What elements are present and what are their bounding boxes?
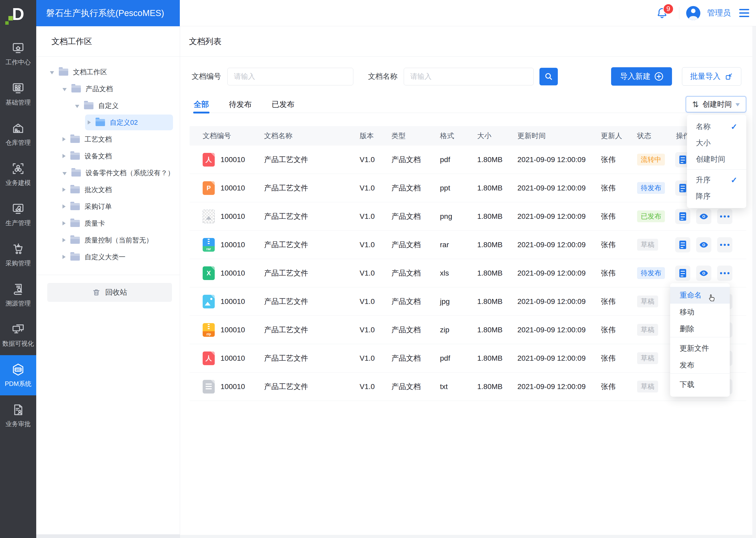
avatar[interactable] [686, 6, 700, 20]
table-row[interactable]: rar 100010 产品工艺文件 V1.0 产品文档 rar 1.80MB 2… [190, 231, 746, 259]
folder-tree-item[interactable]: 设备文档 [36, 148, 180, 164]
folder-label: 质量控制（当前暂无） [84, 236, 153, 245]
tree-expand-arrow-icon[interactable] [63, 188, 66, 192]
doc-name-cell: 产品工艺文件 [264, 211, 308, 221]
file-type-icon: rar [203, 238, 215, 252]
doc-name-cell: 产品工艺文件 [264, 325, 308, 335]
sort-field-options: 名称 ✓ 大小 创建时间 [687, 119, 746, 167]
sort-field-option[interactable]: 创建时间 [687, 151, 746, 167]
folder-tree-item[interactable]: 自定义大类一 [36, 248, 180, 265]
batch-import-button[interactable]: 批量导入 [682, 67, 741, 86]
tree-expand-arrow-icon[interactable] [63, 172, 67, 175]
folder-icon [71, 169, 81, 177]
sort-field-option[interactable]: 名称 ✓ [687, 119, 746, 135]
tree-expand-arrow-icon[interactable] [63, 255, 66, 259]
preview-button[interactable] [696, 266, 711, 281]
version-cell: V1.0 [359, 383, 375, 391]
nav-rail-item[interactable]: 业务审批 [0, 395, 36, 436]
folder-tree-item[interactable]: 自定义02 [36, 114, 180, 131]
context-menu-item[interactable]: 更新文件 [670, 340, 730, 357]
sort-order-option[interactable]: 降序 [687, 188, 746, 204]
tree-expand-arrow-icon[interactable] [75, 105, 79, 108]
context-menu-item[interactable]: 删除 [670, 320, 730, 337]
folder-tree-item[interactable]: 批次文档 [36, 181, 180, 198]
nav-rail-item[interactable]: 采购管理 [0, 235, 36, 275]
updater-cell: 张伟 [601, 296, 616, 306]
table-row[interactable]: X 100010 产品工艺文件 V1.0 产品文档 xls 1.80MB 202… [190, 259, 746, 288]
more-actions-button[interactable] [717, 266, 732, 281]
ellipsis-icon [720, 244, 730, 246]
notifications-button[interactable]: 9 [656, 7, 668, 19]
horizontal-scrollbar[interactable] [180, 535, 752, 538]
detail-button[interactable] [675, 237, 690, 252]
folder-tree-item[interactable]: 质量控制（当前暂无） [36, 232, 180, 248]
file-type-icon: zip [203, 323, 215, 337]
nav-rail-item[interactable]: 仓库管理 [0, 114, 36, 154]
detail-button[interactable] [675, 209, 690, 224]
nav-rail-item[interactable]: PDM系统 [0, 355, 36, 395]
sort-order-option[interactable]: 升序 ✓ [687, 172, 746, 188]
detail-button[interactable] [675, 266, 690, 281]
context-menu-item[interactable]: 重命名 [670, 287, 730, 304]
folder-tree-item[interactable]: 产品文档 [36, 81, 180, 97]
folder-tree-item[interactable]: 采购订单 [36, 198, 180, 215]
nav-rail-item[interactable]: 基础管理 [0, 74, 36, 114]
table-body: 人 100010 产品工艺文件 V1.0 产品文档 pdf 1.80MB 202… [190, 145, 746, 401]
folder-tree-item[interactable]: 质量卡 [36, 215, 180, 232]
table-row[interactable]: 人 100010 产品工艺文件 V1.0 产品文档 pdf 1.80MB 202… [190, 145, 746, 174]
folder-tree-item[interactable]: 文档工作区 [36, 64, 180, 81]
table-row[interactable]: 100010 产品工艺文件 V1.0 产品文档 txt 1.80MB 2021-… [190, 372, 746, 401]
context-menu-item[interactable]: 下载 [670, 376, 730, 393]
size-cell: 1.80MB [477, 212, 503, 221]
updater-cell: 张伟 [601, 211, 616, 221]
tree-expand-arrow-icon[interactable] [50, 71, 54, 74]
table-row[interactable]: 100010 产品工艺文件 V1.0 产品文档 png 1.80MB 2021-… [190, 202, 746, 231]
folder-tree-item[interactable]: 自定义 [36, 97, 180, 114]
updater-cell: 张伟 [601, 240, 616, 250]
tree-expand-arrow-icon[interactable] [63, 88, 67, 91]
status-tab[interactable]: 待发布 [229, 96, 252, 113]
search-icon [544, 72, 553, 81]
doc-name-input[interactable] [404, 68, 534, 85]
status-tab[interactable]: 已发布 [272, 96, 295, 113]
import-new-button[interactable]: 导入新建 [611, 67, 672, 86]
nav-rail-item[interactable]: 工作中心 [0, 34, 36, 74]
tree-expand-arrow-icon[interactable] [63, 221, 66, 225]
tree-expand-arrow-icon[interactable] [63, 137, 66, 141]
sort-field-option[interactable]: 大小 [687, 135, 746, 151]
nav-rail-item[interactable]: 数据可视化 [0, 315, 36, 355]
tree-expand-arrow-icon[interactable] [63, 204, 66, 209]
sidebar-scrollbar[interactable] [36, 534, 180, 538]
table-row[interactable]: 100010 产品工艺文件 V1.0 产品文档 jpg 1.80MB 2021-… [190, 288, 746, 316]
vertical-scrollbar[interactable] [752, 26, 756, 538]
tree-expand-arrow-icon[interactable] [63, 238, 66, 242]
user-name[interactable]: 管理员 [707, 8, 731, 19]
status-tab[interactable]: 全部 [194, 96, 209, 113]
folder-label: 自定义 [98, 101, 118, 110]
table-row[interactable]: zip 100010 产品工艺文件 V1.0 产品文档 zip 1.80MB 2… [190, 316, 746, 344]
recycle-bin-button[interactable]: 回收站 [47, 283, 172, 302]
size-cell: 1.80MB [477, 297, 503, 306]
doc-name-cell: 产品工艺文件 [264, 268, 308, 278]
context-menu-item[interactable]: 发布 [670, 357, 730, 374]
more-actions-button[interactable] [717, 237, 732, 252]
sidebar-title: 文档工作区 [36, 26, 180, 57]
sort-select[interactable]: ⇅ 创建时间 [685, 96, 746, 112]
more-actions-button[interactable] [717, 209, 732, 224]
table-row[interactable]: P 100010 产品工艺文件 V1.0 产品文档 ppt 1.80MB 202… [190, 174, 746, 202]
folder-tree-item[interactable]: 工艺文档 [36, 131, 180, 148]
tree-expand-arrow-icon[interactable] [88, 120, 91, 125]
preview-button[interactable] [696, 209, 711, 224]
preview-button[interactable] [696, 237, 711, 252]
nav-rail-item[interactable]: 溯源管理 [0, 275, 36, 315]
doc-no-input[interactable] [227, 68, 353, 85]
nav-rail-item[interactable]: 业务建模 [0, 154, 36, 194]
status-badge: 已发布 [637, 210, 665, 223]
menu-toggle-icon[interactable] [739, 9, 749, 17]
folder-tree-item[interactable]: 设备零件文档（系统没有？） [36, 164, 180, 181]
table-row[interactable]: 人 100010 产品工艺文件 V1.0 产品文档 pdf 1.80MB 202… [190, 344, 746, 372]
context-menu-item[interactable]: 移动 [670, 304, 730, 320]
nav-rail-item[interactable]: 生产管理 [0, 194, 36, 235]
search-button[interactable] [540, 68, 558, 85]
tree-expand-arrow-icon[interactable] [63, 154, 66, 158]
